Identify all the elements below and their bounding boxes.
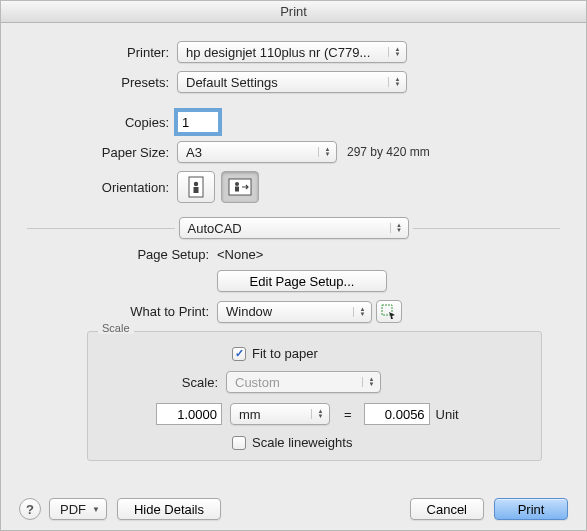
whattoprint-value: Window — [226, 304, 272, 319]
chevron-updown-icon — [362, 377, 376, 387]
scale-unit-value: mm — [239, 407, 261, 422]
svg-rect-5 — [235, 187, 239, 192]
copies-label: Copies: — [27, 115, 177, 130]
whattoprint-select[interactable]: Window — [217, 301, 372, 323]
whattoprint-label: What to Print: — [27, 304, 217, 319]
chevron-down-icon: ▼ — [92, 505, 100, 514]
separator — [27, 228, 175, 229]
copies-input[interactable] — [177, 111, 219, 133]
landscape-icon — [228, 178, 252, 196]
svg-point-1 — [194, 182, 198, 186]
papersize-hint: 297 by 420 mm — [347, 145, 430, 159]
scale-left-input[interactable] — [156, 403, 222, 425]
pdf-label: PDF — [60, 502, 86, 517]
scale-label: Scale: — [102, 375, 226, 390]
app-section-select[interactable]: AutoCAD — [179, 217, 409, 239]
pdf-menu[interactable]: PDF ▼ — [49, 498, 107, 520]
scale-lineweights-row: Scale lineweights — [232, 435, 527, 450]
fit-to-paper-row: ✓ Fit to paper — [232, 346, 527, 361]
scale-lineweights-checkbox[interactable] — [232, 436, 246, 450]
orientation-label: Orientation: — [27, 180, 177, 195]
selection-cursor-icon — [381, 304, 397, 320]
print-button[interactable]: Print — [494, 498, 568, 520]
scale-right-input[interactable] — [364, 403, 430, 425]
printer-select[interactable]: hp designjet 110plus nr (C779... — [177, 41, 407, 63]
presets-select[interactable]: Default Settings — [177, 71, 407, 93]
chevron-updown-icon — [388, 47, 402, 57]
scale-legend: Scale — [98, 322, 134, 334]
scale-unit-label: Unit — [436, 407, 459, 422]
edit-page-setup-button[interactable]: Edit Page Setup... — [217, 270, 387, 292]
chevron-updown-icon — [390, 223, 404, 233]
printer-label: Printer: — [27, 45, 177, 60]
scale-value: Custom — [235, 375, 280, 390]
papersize-select[interactable]: A3 — [177, 141, 337, 163]
print-dialog: Print Printer: hp designjet 110plus nr (… — [0, 0, 587, 531]
papersize-value: A3 — [186, 145, 202, 160]
hide-details-button[interactable]: Hide Details — [117, 498, 221, 520]
papersize-label: Paper Size: — [27, 145, 177, 160]
help-button[interactable]: ? — [19, 498, 41, 520]
presets-label: Presets: — [27, 75, 177, 90]
select-window-button[interactable] — [376, 300, 402, 323]
chevron-updown-icon — [311, 409, 325, 419]
printer-value: hp designjet 110plus nr (C779... — [186, 45, 370, 60]
svg-point-4 — [235, 182, 239, 186]
scale-group: Scale ✓ Fit to paper Scale: Custom mm = — [87, 331, 542, 461]
fit-to-paper-checkbox[interactable]: ✓ — [232, 347, 246, 361]
chevron-updown-icon — [318, 147, 332, 157]
separator — [413, 228, 561, 229]
presets-value: Default Settings — [186, 75, 278, 90]
app-section-value: AutoCAD — [188, 221, 242, 236]
scale-select[interactable]: Custom — [226, 371, 381, 393]
cancel-button[interactable]: Cancel — [410, 498, 484, 520]
chevron-updown-icon — [388, 77, 402, 87]
chevron-updown-icon — [353, 307, 367, 317]
svg-rect-2 — [194, 187, 199, 193]
pagesetup-label: Page Setup: — [27, 247, 217, 262]
orientation-portrait-button[interactable] — [177, 171, 215, 203]
content-area: Printer: hp designjet 110plus nr (C779..… — [1, 23, 586, 461]
orientation-landscape-button[interactable] — [221, 171, 259, 203]
pagesetup-value: <None> — [217, 247, 263, 262]
dialog-footer: ? PDF ▼ Hide Details Cancel Print — [19, 498, 568, 520]
portrait-icon — [187, 176, 205, 198]
fit-to-paper-label: Fit to paper — [252, 346, 318, 361]
scale-unit-select[interactable]: mm — [230, 403, 330, 425]
window-title: Print — [1, 1, 586, 23]
scale-lineweights-label: Scale lineweights — [252, 435, 352, 450]
equals-sign: = — [344, 407, 352, 422]
